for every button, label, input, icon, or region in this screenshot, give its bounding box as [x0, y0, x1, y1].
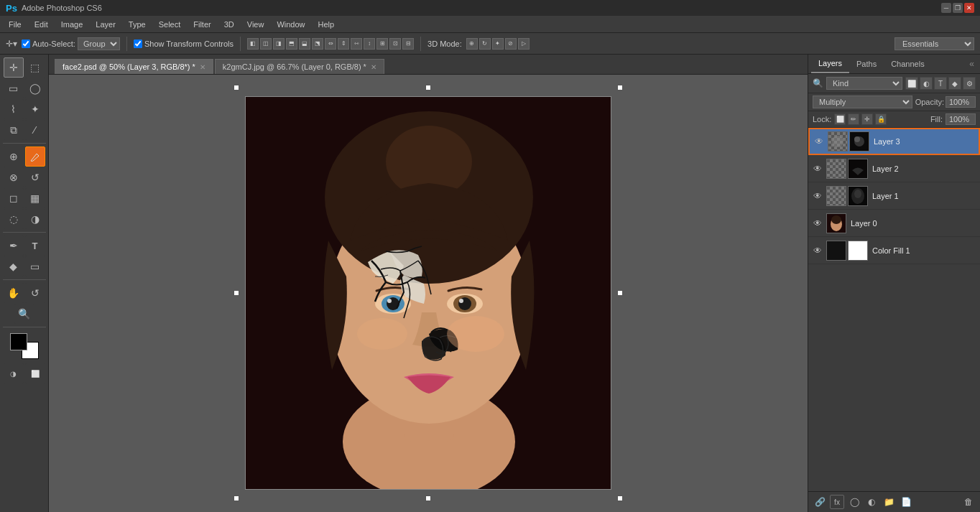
- pen-tool[interactable]: ✒: [4, 236, 24, 256]
- tab-face2-close[interactable]: ✕: [200, 63, 205, 71]
- align-left-icon[interactable]: ◧: [247, 38, 259, 50]
- rotate-view-tool[interactable]: ↺: [25, 283, 45, 303]
- threed-icon-4[interactable]: ⊘: [505, 38, 517, 50]
- layer-item-colorfill[interactable]: 👁 Color Fill 1: [808, 237, 980, 264]
- brush-tool[interactable]: [25, 146, 45, 167]
- minimize-button[interactable]: ─: [941, 3, 951, 13]
- handle-bl[interactable]: [234, 495, 239, 501]
- layer-1-visibility[interactable]: 👁: [811, 190, 824, 203]
- menu-filter[interactable]: Filter: [188, 19, 216, 30]
- tab-k2gmcj-close[interactable]: ✕: [371, 63, 376, 71]
- dist-v2-icon[interactable]: ↕: [364, 38, 375, 50]
- threed-icon-1[interactable]: ⊕: [466, 38, 478, 50]
- extra-icon-2[interactable]: ⊡: [389, 38, 401, 50]
- align-top-icon[interactable]: ⬒: [286, 38, 297, 50]
- layer-3-visibility[interactable]: 👁: [813, 135, 826, 148]
- clone-tool[interactable]: ⊗: [4, 167, 24, 187]
- threed-icon-2[interactable]: ↻: [479, 38, 491, 50]
- history-brush-tool[interactable]: ↺: [25, 167, 45, 187]
- handle-tl[interactable]: [234, 85, 239, 90]
- menu-view[interactable]: View: [241, 19, 270, 30]
- panel-collapse-icon[interactable]: «: [966, 56, 977, 72]
- gradient-tool[interactable]: ▦: [25, 188, 45, 208]
- workspace-select[interactable]: Essentials Photography: [895, 37, 974, 50]
- dist-v-icon[interactable]: ⇕: [338, 38, 349, 50]
- menu-window[interactable]: Window: [271, 19, 310, 30]
- layer-2-visibility[interactable]: 👁: [811, 162, 824, 175]
- handle-mr[interactable]: [617, 290, 623, 296]
- crop-tool[interactable]: ⧉: [4, 120, 24, 140]
- menu-layer[interactable]: Layer: [90, 19, 121, 30]
- filter-smart-icon[interactable]: ⚙: [963, 77, 976, 90]
- path-select-tool[interactable]: ◆: [4, 256, 24, 276]
- filter-type-icon[interactable]: T: [934, 77, 947, 90]
- move-tool[interactable]: ✛: [4, 57, 24, 78]
- select-ellipse-tool[interactable]: ◯: [25, 78, 45, 98]
- menu-type[interactable]: Type: [123, 19, 152, 30]
- show-transform-checkbox[interactable]: [134, 39, 142, 48]
- handle-br[interactable]: [617, 495, 623, 501]
- layer-item-3[interactable]: 👁 Layer 3: [808, 128, 980, 155]
- close-button[interactable]: ✕: [964, 3, 974, 13]
- menu-image[interactable]: Image: [55, 19, 89, 30]
- select-rect-tool[interactable]: ▭: [4, 78, 24, 98]
- align-center-icon[interactable]: ◫: [260, 38, 272, 50]
- shape-tool[interactable]: ▭: [25, 256, 45, 276]
- dist-h-icon[interactable]: ⇔: [325, 38, 336, 50]
- delete-layer-icon[interactable]: 🗑: [961, 495, 976, 509]
- layer-item-0[interactable]: 👁 Layer 0: [808, 210, 980, 237]
- menu-file[interactable]: File: [3, 19, 27, 30]
- extra-icon-1[interactable]: ⊞: [376, 38, 388, 50]
- screen-mode[interactable]: ⬜: [25, 363, 45, 383]
- filter-shape-icon[interactable]: ◆: [948, 77, 961, 90]
- eraser-tool[interactable]: ◻: [4, 188, 24, 208]
- color-wells[interactable]: [10, 333, 39, 359]
- extra-icon-3[interactable]: ⊟: [402, 38, 414, 50]
- tab-face2[interactable]: face2.psd @ 50% (Layer 3, RGB/8*) * ✕: [55, 59, 213, 74]
- dodge-tool[interactable]: ◑: [25, 209, 45, 229]
- new-layer-icon[interactable]: 📄: [899, 495, 913, 509]
- foreground-color[interactable]: [10, 333, 27, 350]
- fill-input[interactable]: [946, 113, 976, 125]
- magic-wand-tool[interactable]: ✦: [25, 99, 45, 119]
- filter-pixel-icon[interactable]: ⬜: [905, 77, 918, 90]
- tab-k2gmcj[interactable]: k2gmCJ.jpg @ 66.7% (Layer 0, RGB/8) * ✕: [215, 59, 384, 74]
- handle-tm[interactable]: [425, 85, 431, 90]
- autoselect-select[interactable]: Group Layer: [78, 37, 120, 50]
- tab-layers[interactable]: Layers: [811, 55, 849, 73]
- blur-tool[interactable]: ◌: [4, 209, 24, 229]
- align-bottom-icon[interactable]: ⬔: [312, 38, 323, 50]
- lock-all-icon[interactable]: 🔒: [875, 113, 887, 125]
- lock-position-icon[interactable]: ✛: [861, 113, 873, 125]
- handle-ml[interactable]: [234, 290, 239, 296]
- dist-h2-icon[interactable]: ⇿: [351, 38, 362, 50]
- colorfill-visibility[interactable]: 👁: [811, 244, 824, 257]
- tab-channels[interactable]: Channels: [884, 55, 931, 73]
- menu-3d[interactable]: 3D: [218, 19, 240, 30]
- blend-mode-select[interactable]: Multiply Normal Screen Overlay: [813, 96, 912, 108]
- spot-heal-tool[interactable]: ⊕: [4, 146, 24, 167]
- lock-brush-icon[interactable]: ✏: [848, 113, 859, 125]
- link-layers-icon[interactable]: 🔗: [813, 495, 827, 509]
- threed-icon-3[interactable]: ✦: [492, 38, 504, 50]
- adjustments-icon[interactable]: ◐: [864, 495, 879, 509]
- type-tool[interactable]: T: [25, 236, 45, 256]
- menu-select[interactable]: Select: [153, 19, 187, 30]
- filter-adjustment-icon[interactable]: ◐: [920, 77, 933, 90]
- zoom-tool[interactable]: 🔍: [14, 304, 34, 324]
- layer-item-1[interactable]: 👁 Layer 1: [808, 182, 980, 210]
- menu-edit[interactable]: Edit: [29, 19, 54, 30]
- autoselect-checkbox[interactable]: [22, 39, 30, 48]
- quick-mask-mode[interactable]: ◑: [4, 363, 24, 383]
- fx-icon[interactable]: fx: [830, 495, 844, 509]
- layer-0-visibility[interactable]: 👁: [811, 217, 824, 230]
- layer-kind-select[interactable]: Kind: [826, 77, 902, 90]
- menu-help[interactable]: Help: [313, 19, 341, 30]
- new-group-icon[interactable]: 📁: [882, 495, 896, 509]
- opacity-input[interactable]: [946, 96, 976, 108]
- hand-tool[interactable]: ✋: [4, 283, 24, 303]
- lasso-tool[interactable]: ⌇: [4, 99, 24, 119]
- artboard-tool[interactable]: ⬚: [25, 57, 45, 78]
- lock-pixels-icon[interactable]: ⬜: [834, 113, 846, 125]
- tab-paths[interactable]: Paths: [849, 55, 884, 73]
